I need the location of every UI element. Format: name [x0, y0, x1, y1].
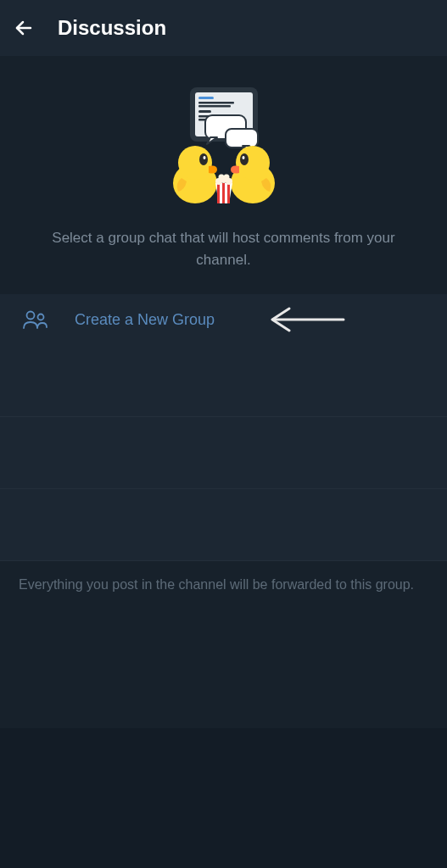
svg-point-14: [203, 156, 205, 159]
hero-section: Select a group chat that will host comme…: [0, 56, 447, 294]
discussion-illustration: [156, 83, 292, 210]
list-row-placeholder: [0, 345, 447, 417]
svg-rect-4: [198, 102, 234, 104]
footer-info-section: Everything you post in the channel will …: [0, 561, 447, 728]
svg-point-27: [27, 312, 35, 320]
svg-point-13: [199, 153, 208, 165]
back-button[interactable]: [14, 18, 34, 38]
svg-point-26: [223, 175, 229, 181]
list-row-placeholder: [0, 489, 447, 561]
svg-rect-6: [198, 110, 211, 113]
group-list: Create a New Group: [0, 294, 447, 345]
app-header: Discussion: [0, 0, 447, 56]
back-arrow-icon: [14, 18, 34, 38]
background-fill: [0, 728, 447, 868]
svg-point-17: [240, 153, 249, 165]
list-row-placeholder: [0, 417, 447, 489]
pointer-arrow-icon: [269, 307, 345, 332]
create-group-label: Create a New Group: [75, 311, 215, 329]
empty-list-area: [0, 345, 447, 561]
svg-rect-10: [226, 129, 258, 147]
svg-point-28: [38, 314, 44, 320]
hero-description: Select a group chat that will host comme…: [34, 227, 413, 270]
svg-rect-3: [198, 97, 214, 99]
svg-point-25: [218, 175, 224, 181]
people-icon: [22, 309, 49, 330]
create-group-button[interactable]: Create a New Group: [0, 294, 447, 345]
svg-point-18: [242, 156, 244, 159]
page-title: Discussion: [58, 16, 166, 40]
svg-rect-5: [198, 105, 231, 108]
footer-description: Everything you post in the channel will …: [19, 575, 428, 595]
svg-rect-19: [217, 183, 220, 203]
svg-rect-20: [222, 183, 225, 203]
svg-rect-21: [227, 183, 230, 203]
